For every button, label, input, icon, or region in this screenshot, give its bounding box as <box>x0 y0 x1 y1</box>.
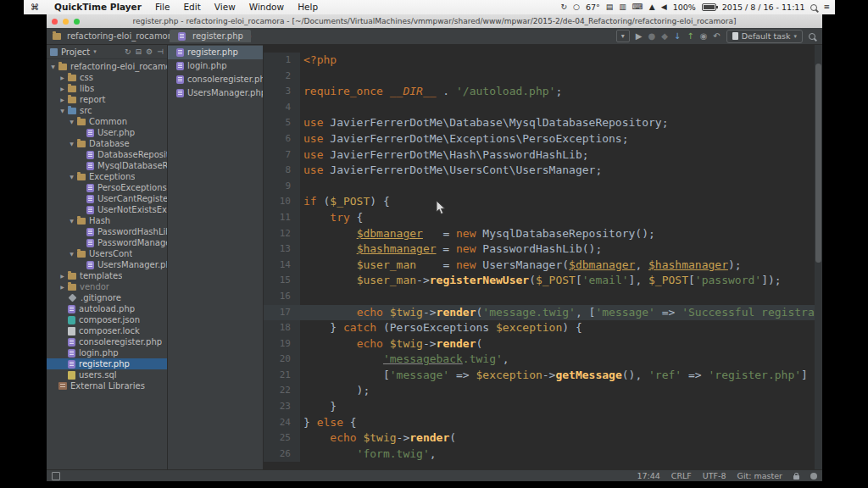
sync-icon[interactable]: ↻ <box>561 0 568 14</box>
editor-scrollbar[interactable] <box>815 45 822 469</box>
menu-item-window[interactable]: Window <box>242 0 291 14</box>
collapse-all-icon[interactable]: ⊟ <box>136 47 142 56</box>
chevron-down-icon[interactable]: ▼ <box>67 215 76 226</box>
display-icon[interactable]: ▥ <box>619 0 626 14</box>
tree-item-database[interactable]: ▼Database <box>47 138 167 149</box>
notification-center-icon[interactable]: ≡ <box>823 0 830 14</box>
tree-item-usercantregister[interactable]: UserCantRegister <box>47 193 167 204</box>
line-number[interactable]: 3 <box>264 84 300 100</box>
code-line-15[interactable]: 15 $user_man->registerNewUser($_POST['em… <box>264 273 822 289</box>
default-task-dropdown[interactable]: Default task ▾ <box>726 30 803 43</box>
line-number[interactable]: 9 <box>264 179 300 195</box>
line-number[interactable]: 20 <box>264 352 300 368</box>
code-line-8[interactable]: 8use JavierFerrerDotMe\UsersCont\UsersMa… <box>264 163 822 179</box>
tree-item-vendor[interactable]: ▶vendor <box>47 281 167 292</box>
run-icon[interactable]: ▶ <box>636 28 643 44</box>
line-number[interactable]: 2 <box>264 69 300 85</box>
tree-item-usernotexistsexc[interactable]: UserNotExistsExc <box>47 204 167 215</box>
code-line-19[interactable]: 19 echo $twig->render( <box>264 336 822 352</box>
menu-item-quicktime-player[interactable]: QuickTime Player <box>47 0 148 14</box>
tree-item-libs[interactable]: ▶libs <box>47 83 167 94</box>
line-number[interactable]: 11 <box>264 210 300 226</box>
line-number[interactable]: 21 <box>264 368 300 384</box>
hide-panel-icon[interactable]: ⊣ <box>157 47 164 56</box>
chevron-right-icon[interactable]: ▶ <box>58 83 67 94</box>
weather-temperature[interactable]: 67° <box>586 0 600 14</box>
tree-item-common[interactable]: ▼Common <box>47 116 167 127</box>
tree-item-composer-json[interactable]: composer.json <box>47 314 167 325</box>
code-line-5[interactable]: 5use JavierFerrerDotMe\Database\MysqlDat… <box>264 115 822 131</box>
chevron-down-icon[interactable]: ▼ <box>67 116 76 127</box>
breadcrumb-item-refactoring-eloi-rocamora[interactable]: refactoring-eloi_rocamora <box>52 31 176 41</box>
line-number[interactable]: 22 <box>264 383 300 399</box>
changes-icon[interactable]: ◉ <box>700 28 708 44</box>
battery-icon[interactable] <box>702 3 716 11</box>
scrollbar-thumb[interactable] <box>815 64 821 263</box>
open-file-consoleregister-php[interactable]: consoleregister.php <box>168 73 263 86</box>
line-number[interactable]: 23 <box>264 399 300 415</box>
line-number[interactable]: 16 <box>264 289 300 305</box>
code-line-3[interactable]: 3require_once __DIR__ . '/autoload.php'; <box>264 84 822 100</box>
code-line-26[interactable]: 26 'form.twig', <box>264 446 822 463</box>
chevron-down-icon[interactable]: ▼ <box>58 105 67 116</box>
chevron-right-icon[interactable]: ▶ <box>58 281 67 292</box>
caret-position[interactable]: 17:44 <box>637 471 659 480</box>
line-number[interactable]: 12 <box>264 226 300 242</box>
open-file-usersmanager-php[interactable]: UsersManager.php <box>168 86 263 100</box>
chevron-right-icon[interactable]: ▶ <box>58 270 67 281</box>
chevron-down-icon[interactable]: ▼ <box>67 171 76 182</box>
line-number[interactable]: 5 <box>264 115 300 131</box>
tree-item-report[interactable]: ▶report <box>47 94 167 105</box>
chevron-down-icon[interactable]: ▼ <box>67 248 76 259</box>
line-number[interactable]: 13 <box>264 241 300 258</box>
tree-item-consoleregister-php[interactable]: consoleregister.php <box>47 336 167 347</box>
code-editor[interactable]: 1<?php23require_once __DIR__ . '/autoloa… <box>264 45 822 469</box>
editor-tab-register-php[interactable]: register.php <box>170 30 251 42</box>
volume-icon[interactable]: ◀ <box>661 0 667 14</box>
code-line-9[interactable]: 9 <box>264 179 822 195</box>
tree-item-templates[interactable]: ▶templates <box>47 270 167 281</box>
menu-item-view[interactable]: View <box>208 0 242 14</box>
tree-item-src[interactable]: ▼src <box>47 105 167 116</box>
line-ending-indicator[interactable]: CRLF <box>671 471 692 480</box>
line-number[interactable]: 18 <box>264 320 300 336</box>
tree-item-passwordmanage[interactable]: PasswordManage <box>47 237 167 248</box>
search-everywhere-icon[interactable] <box>809 33 815 40</box>
tree-item-exceptions[interactable]: ▼Exceptions <box>47 171 167 182</box>
project-panel-header[interactable]: Project ▾ ↻⊟⚙⊣ <box>47 45 167 59</box>
tree-item-persoexceptions[interactable]: PersoExceptions <box>47 182 167 193</box>
open-file-login-php[interactable]: login.php <box>168 59 263 73</box>
menu-item-help[interactable]: Help <box>291 0 325 14</box>
code-line-16[interactable]: 16 <box>264 289 822 305</box>
battery-percent[interactable]: 100% <box>673 0 696 14</box>
line-number[interactable]: 25 <box>264 430 300 446</box>
wifi-icon[interactable]: ▲ <box>649 0 655 14</box>
tree-item-refactoring-eloi-rocamora[interactable]: ▼refactoring-eloi_rocamora <box>47 61 167 72</box>
tree-item-users-sql[interactable]: users.sql <box>47 369 167 380</box>
tree-item-mysqldatabaser[interactable]: MysqlDatabaseR <box>47 160 167 171</box>
line-number[interactable]: 17 <box>264 305 300 321</box>
code-line-6[interactable]: 6use JavierFerrerDotMe\Exceptions\PersoE… <box>264 131 822 147</box>
chevron-right-icon[interactable]: ▶ <box>58 72 67 83</box>
tree-item-databasereposit[interactable]: DatabaseReposit <box>47 149 167 160</box>
open-file-register-php[interactable]: register.php <box>168 46 263 59</box>
line-number[interactable]: 19 <box>264 336 300 352</box>
code-line-12[interactable]: 12 $dbmanager = new MysqlDatabaseReposit… <box>264 226 822 242</box>
menu-item-file[interactable]: File <box>148 0 177 14</box>
tree-item-autoload-php[interactable]: autoload.php <box>47 303 167 314</box>
profiler-icon[interactable]: ◆ <box>661 28 668 44</box>
tree-item-gitignore[interactable]: .gitignore <box>47 292 167 303</box>
lock-icon[interactable] <box>793 475 799 480</box>
code-line-2[interactable]: 2 <box>264 69 822 85</box>
keyboard-icon[interactable]: ⌨ <box>632 0 643 14</box>
run-config-dropdown-button[interactable]: ▾ <box>616 30 630 42</box>
chevron-down-icon[interactable]: ▾ <box>93 48 97 55</box>
dock-icon[interactable]: ▤ <box>606 0 614 14</box>
tree-item-hash[interactable]: ▼Hash <box>47 215 167 226</box>
code-line-7[interactable]: 7use JavierFerrerDotMe\Hash\PasswordHash… <box>264 147 822 164</box>
line-number[interactable]: 1 <box>264 53 300 69</box>
hector-inspections-icon[interactable] <box>810 473 817 480</box>
spotlight-search-icon[interactable] <box>810 4 817 11</box>
settings-gear-icon[interactable]: ⚙ <box>146 47 153 56</box>
line-number[interactable]: 7 <box>264 147 300 164</box>
